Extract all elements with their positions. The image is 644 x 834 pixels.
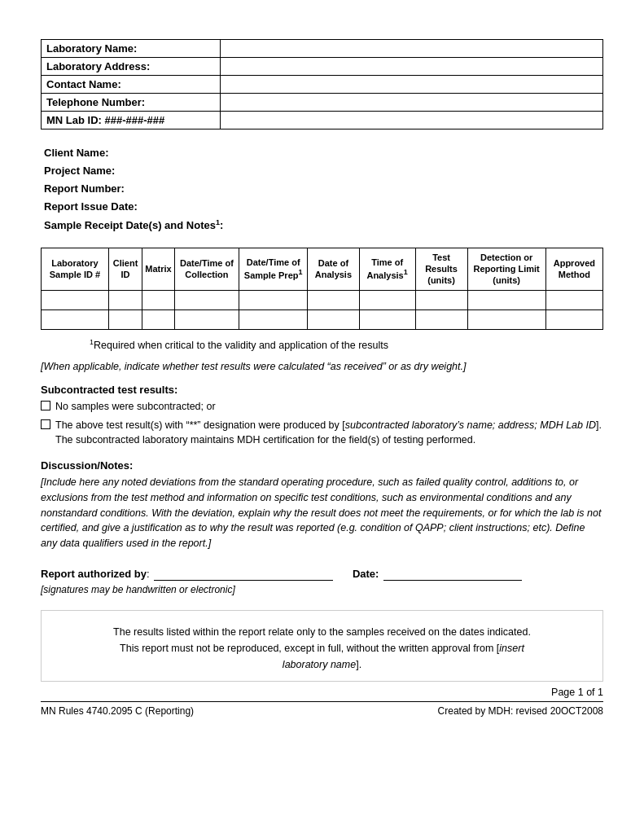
data-cell[interactable] xyxy=(308,309,359,329)
footer-line3-end: ]. xyxy=(356,659,361,670)
column-header-7: Test Results (units) xyxy=(415,248,467,290)
data-cell[interactable] xyxy=(415,290,467,309)
subcontracted-item-0[interactable]: No samples were subcontracted; or xyxy=(41,399,603,415)
column-header-1: Client ID xyxy=(108,248,142,290)
info-value[interactable] xyxy=(221,58,603,76)
bottom-footer: MN Rules 4740.2095 C (Reporting) Created… xyxy=(41,705,603,717)
bottom-rule xyxy=(41,701,603,702)
date-field[interactable] xyxy=(383,568,522,581)
info-label: Laboratory Address: xyxy=(42,58,221,76)
discussion-section: Discussion/Notes: [Include here any note… xyxy=(41,459,603,551)
data-cell[interactable] xyxy=(42,290,109,309)
sig-note: [signatures may be handwritten or electr… xyxy=(41,584,603,595)
info-label: MN Lab ID: ###-###-### xyxy=(42,112,221,129)
data-cell[interactable] xyxy=(42,309,109,329)
data-cell[interactable] xyxy=(108,290,142,309)
data-cell[interactable] xyxy=(545,309,602,329)
column-header-4: Date/Time of Sample Prep1 xyxy=(239,248,308,290)
data-cell[interactable] xyxy=(415,309,467,329)
bottom-footer-right: Created by MDH: revised 20OCT2008 xyxy=(438,705,603,717)
client-info-section: Client Name: Project Name: Report Number… xyxy=(41,144,603,235)
data-cell[interactable] xyxy=(359,290,415,309)
data-cell[interactable] xyxy=(308,290,359,309)
data-cell[interactable] xyxy=(174,290,239,309)
column-header-6: Time of Analysis1 xyxy=(359,248,415,290)
column-header-3: Date/Time of Collection xyxy=(174,248,239,290)
info-label: Telephone Number: xyxy=(42,94,221,112)
data-cell[interactable] xyxy=(108,309,142,329)
column-header-2: Matrix xyxy=(142,248,174,290)
date-label: Date: xyxy=(353,568,379,580)
footer-line1: The results listed within the report rel… xyxy=(113,626,531,638)
checkbox-label: No samples were subcontracted; or xyxy=(55,399,216,415)
discussion-title: Discussion/Notes: xyxy=(41,459,603,472)
info-value[interactable] xyxy=(221,94,603,112)
italic-note: [When applicable, indicate whether test … xyxy=(41,361,603,372)
page-number: Page 1 of 1 xyxy=(41,687,603,698)
client-field: Sample Receipt Date(s) and Notes1: xyxy=(44,216,603,234)
info-label: Laboratory Name: xyxy=(42,40,221,58)
info-value[interactable] xyxy=(221,40,603,58)
footer-box: The results listed within the report rel… xyxy=(41,610,603,682)
client-field: Report Number: xyxy=(44,180,603,198)
column-header-5: Date of Analysis xyxy=(308,248,359,290)
subcontracted-title: Subcontracted test results: xyxy=(41,384,603,396)
data-cell[interactable] xyxy=(467,309,545,329)
subcontracted-section: Subcontracted test results: No samples w… xyxy=(41,384,603,448)
client-field: Project Name: xyxy=(44,162,603,180)
footnote: 1Required when critical to the validity … xyxy=(90,338,603,351)
sample-data-table: Laboratory Sample ID #Client IDMatrixDat… xyxy=(41,248,603,330)
footer-line2: This report must not be reproduced, exce… xyxy=(120,643,524,654)
client-field: Report Issue Date: xyxy=(44,198,603,216)
footer-line3: laboratory name xyxy=(283,659,356,670)
data-cell[interactable] xyxy=(545,290,602,309)
bottom-footer-left: MN Rules 4740.2095 C (Reporting) xyxy=(41,705,194,717)
column-header-8: Detection or Reporting Limit (units) xyxy=(467,248,545,290)
data-cell[interactable] xyxy=(467,290,545,309)
info-value[interactable] xyxy=(221,112,603,129)
info-label: Contact Name: xyxy=(42,76,221,94)
checkbox-icon[interactable] xyxy=(41,419,50,429)
checkbox-icon[interactable] xyxy=(41,401,50,410)
column-header-0: Laboratory Sample ID # xyxy=(42,248,109,290)
data-cell[interactable] xyxy=(142,290,174,309)
data-cell[interactable] xyxy=(359,309,415,329)
subcontracted-item-1[interactable]: The above test result(s) with “**” desig… xyxy=(41,418,603,449)
data-cell[interactable] xyxy=(174,309,239,329)
signature-line: Report authorized by: Date: xyxy=(41,568,603,581)
data-cell[interactable] xyxy=(142,309,174,329)
discussion-body: [Include here any noted deviations from … xyxy=(41,475,603,551)
column-header-9: Approved Method xyxy=(545,248,602,290)
data-cell[interactable] xyxy=(239,309,308,329)
checkbox-label: The above test result(s) with “**” desig… xyxy=(55,418,603,449)
info-value[interactable] xyxy=(221,76,603,94)
lab-info-table: Laboratory Name:Laboratory Address:Conta… xyxy=(41,39,603,129)
data-cell[interactable] xyxy=(239,290,308,309)
signature-label: Report authorized by xyxy=(41,568,147,580)
client-field: Client Name: xyxy=(44,144,603,162)
signature-field[interactable] xyxy=(154,568,333,581)
